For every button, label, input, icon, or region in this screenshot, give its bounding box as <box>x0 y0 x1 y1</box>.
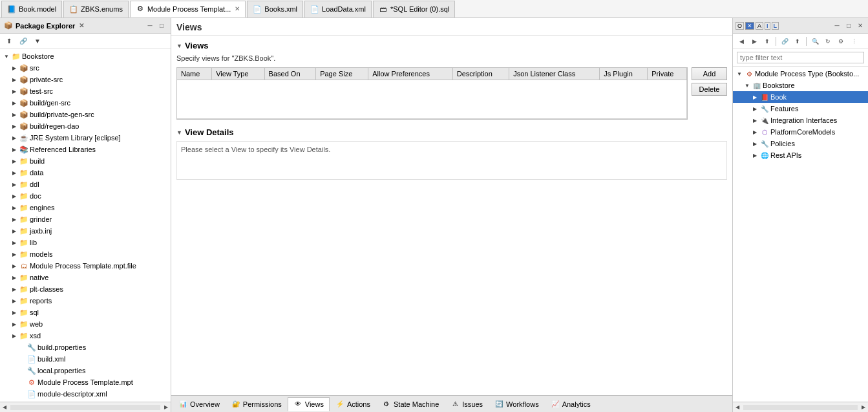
right-panel-btn-a[interactable]: A <box>756 22 763 30</box>
right-maximize-btn[interactable]: □ <box>843 21 854 31</box>
tree-item-jaxb-inj[interactable]: ▶ 📁 jaxb.inj <box>0 225 171 237</box>
toggle-build[interactable]: ▶ <box>10 157 18 165</box>
tab-state-machine[interactable]: ⚙ State Machine <box>376 397 445 411</box>
toggle-private-src[interactable]: ▶ <box>10 76 18 83</box>
add-view-button[interactable]: Add <box>692 67 727 80</box>
toggle-lib[interactable]: ▶ <box>10 239 18 246</box>
view-details-section-header[interactable]: ▼ View Details <box>176 127 727 137</box>
tree-item-build-private-gen-src[interactable]: ▶ 📦 build/private-gen-src <box>0 109 171 120</box>
right-panel-scrollbar[interactable]: ◀ ▶ <box>733 402 868 412</box>
toggle-models[interactable]: ▶ <box>10 250 18 258</box>
toggle-src[interactable]: ▶ <box>10 64 18 72</box>
tree-item-native[interactable]: ▶ 📁 native <box>0 272 171 283</box>
collapse-all-btn[interactable]: ⬆ <box>3 35 16 48</box>
link-editor-btn[interactable]: 🔗 <box>17 35 30 48</box>
tree-item-doc[interactable]: ▶ 📁 doc <box>0 190 171 202</box>
tree-item-grinder[interactable]: ▶ 📁 grinder <box>0 213 171 225</box>
tree-item-module-descriptor-xml[interactable]: ▶ 📄 module-descriptor.xml <box>0 388 171 400</box>
tree-item-module-process-template-folder[interactable]: ▶ 🗂 Module Process Template.mpt.file <box>0 260 171 272</box>
toggle-jaxb-inj[interactable]: ▶ <box>10 227 18 235</box>
tree-item-sql[interactable]: ▶ 📁 sql <box>0 307 171 318</box>
right-scroll-left-btn[interactable]: ◀ <box>733 403 742 412</box>
tree-item-build[interactable]: ▶ 📁 build <box>0 155 171 167</box>
tab-overview[interactable]: 📊 Overview <box>173 397 226 411</box>
views-section-header[interactable]: ▼ Views <box>176 41 727 50</box>
toggle-doc[interactable]: ▶ <box>10 192 18 200</box>
scroll-right-btn[interactable]: ▶ <box>162 403 171 412</box>
r-toggle-policies[interactable]: ▶ <box>751 140 759 147</box>
r-toggle-features[interactable]: ▶ <box>751 105 759 113</box>
tree-item-lib[interactable]: ▶ 📁 lib <box>0 237 171 248</box>
toggle-ddl[interactable]: ▶ <box>10 180 18 188</box>
right-panel-btn-o[interactable]: O <box>736 22 744 30</box>
tab-loaddata-xml[interactable]: 📄 LoadData.xml <box>304 1 372 17</box>
right-panel-close-btn[interactable]: ✕ <box>855 21 865 31</box>
tree-item-web[interactable]: ▶ 📁 web <box>0 318 171 330</box>
r-toggle-module-process-type[interactable]: ▼ <box>736 70 743 78</box>
right-link-btn[interactable]: 🔗 <box>779 36 790 47</box>
tree-item-data[interactable]: ▶ 📁 data <box>0 167 171 179</box>
tree-item-reports[interactable]: ▶ 📁 reports <box>0 295 171 307</box>
right-panel-tree[interactable]: ▼ ⚙ Module Process Type (Booksto... ▼ 🏢 … <box>733 67 868 402</box>
tree-item-private-src[interactable]: ▶ 📦 private-src <box>0 74 171 85</box>
package-explorer-tree[interactable]: ▼ 📁 Bookstore ▶ 📦 src ▶ 📦 private-src ▶ … <box>0 49 171 402</box>
tree-item-plt-classes[interactable]: ▶ 📁 plt-classes <box>0 283 171 295</box>
right-scroll-right-btn[interactable]: ▶ <box>859 403 868 412</box>
tree-item-ddl[interactable]: ▶ 📁 ddl <box>0 179 171 190</box>
r-tree-item-integration-interfaces[interactable]: ▶ 🔌 Integration Interfaces <box>733 114 868 126</box>
left-panel-scrollbar[interactable]: ◀ ▶ <box>0 402 171 412</box>
r-tree-item-features[interactable]: ▶ 🔧 Features <box>733 103 868 114</box>
right-settings-btn[interactable]: ⚙ <box>835 36 847 47</box>
toggle-mpt-folder[interactable]: ▶ <box>10 262 18 270</box>
scroll-track[interactable] <box>10 405 160 410</box>
right-forward-btn[interactable]: ▶ <box>748 36 760 47</box>
tab-sql-editor[interactable]: 🗃 *SQL Editor (0).sql <box>373 1 455 17</box>
toggle-xsd[interactable]: ▶ <box>10 332 18 340</box>
right-back-btn[interactable]: ◀ <box>736 36 747 47</box>
right-scroll-track[interactable] <box>743 405 858 410</box>
package-explorer-close[interactable]: ✕ <box>79 22 84 29</box>
right-panel-btn-close[interactable]: ✕ <box>745 22 754 30</box>
toggle-grinder[interactable]: ▶ <box>10 215 18 223</box>
tab-analytics[interactable]: 📈 Analytics <box>545 397 597 411</box>
toggle-engines[interactable]: ▶ <box>10 204 18 211</box>
tree-item-build-gen-src[interactable]: ▶ 📦 build/gen-src <box>0 97 171 109</box>
r-tree-item-rest-apis[interactable]: ▶ 🌐 Rest APIs <box>733 149 868 161</box>
r-tree-item-policies[interactable]: ▶ 🔧 Policies <box>733 138 868 149</box>
tab-workflows[interactable]: 🔄 Workflows <box>489 397 545 411</box>
r-tree-item-module-process-type[interactable]: ▼ ⚙ Module Process Type (Booksto... <box>733 68 868 80</box>
r-toggle-rest-apis[interactable]: ▶ <box>751 151 759 159</box>
tree-item-build-xml[interactable]: ▶ 📄 build.xml <box>0 353 171 365</box>
maximize-btn[interactable]: □ <box>156 21 167 31</box>
tree-item-module-process-template-file[interactable]: ▶ ⚙ Module Process Template.mpt <box>0 376 171 388</box>
toggle-bookstore[interactable]: ▼ <box>3 52 10 60</box>
tab-close-module-process-template[interactable]: ✕ <box>235 5 240 12</box>
tree-item-src[interactable]: ▶ 📦 src <box>0 62 171 74</box>
tab-actions[interactable]: ⚡ Actions <box>330 397 376 411</box>
tree-item-build-regen-dao[interactable]: ▶ 📦 build/regen-dao <box>0 120 171 132</box>
views-section-toggle[interactable]: ▼ <box>176 43 182 49</box>
tree-item-local-properties[interactable]: ▶ 🔧 local.properties <box>0 365 171 376</box>
right-collapse-btn[interactable]: ⬆ <box>792 36 803 47</box>
r-toggle-integration-interfaces[interactable]: ▶ <box>751 116 759 124</box>
tab-book-model[interactable]: 📘 Book.model <box>1 1 62 17</box>
toggle-referenced-libraries[interactable]: ▶ <box>10 146 18 153</box>
tree-item-models[interactable]: ▶ 📁 models <box>0 248 171 260</box>
tree-item-referenced-libraries[interactable]: ▶ 📚 Referenced Libraries <box>0 144 171 155</box>
right-search-btn[interactable]: 🔍 <box>809 36 821 47</box>
scroll-left-btn[interactable]: ◀ <box>0 403 9 412</box>
toggle-reports[interactable]: ▶ <box>10 297 18 305</box>
tree-item-bookstore[interactable]: ▼ 📁 Bookstore <box>0 50 171 62</box>
tree-item-build-properties[interactable]: ▶ 🔧 build.properties <box>0 342 171 353</box>
right-panel-btn-l2[interactable]: L <box>772 22 779 30</box>
toggle-native[interactable]: ▶ <box>10 274 18 281</box>
r-tree-item-bookstore[interactable]: ▼ 🏢 Bookstore <box>733 80 868 91</box>
minimize-btn[interactable]: ─ <box>145 21 155 31</box>
toggle-sql[interactable]: ▶ <box>10 309 18 316</box>
toggle-jre-system-library[interactable]: ▶ <box>10 134 18 142</box>
tree-item-xsd[interactable]: ▶ 📁 xsd <box>0 330 171 342</box>
right-panel-btn-l[interactable]: I <box>765 22 770 30</box>
tab-issues[interactable]: ⚠ Issues <box>445 397 489 411</box>
right-up-btn[interactable]: ⬆ <box>761 36 773 47</box>
tab-module-process-template[interactable]: ⚙ Module Process Templat... ✕ <box>130 1 246 17</box>
